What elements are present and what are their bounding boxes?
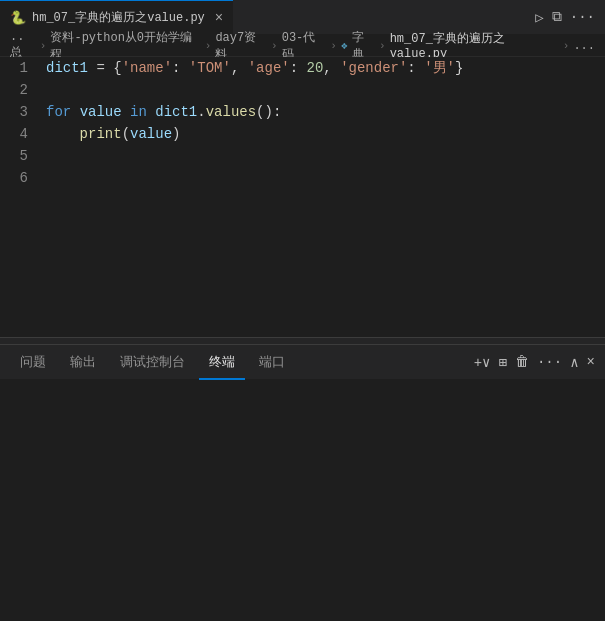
breadcrumb-sep-5: › <box>379 40 386 52</box>
breadcrumb-ellipsis[interactable]: ... <box>573 39 595 53</box>
token-dict1: dict1 <box>46 57 88 79</box>
breadcrumb: ..总 › 资料-python从0开始学编程 › day7资料 › 03-代码 … <box>0 35 605 57</box>
panel-actions: +∨ ⊞ 🗑 ··· ∧ × <box>474 354 595 371</box>
tab-problems-label: 问题 <box>20 353 46 371</box>
tab-actions: ▷ ⧉ ··· <box>535 9 605 26</box>
code-area[interactable]: dict1 = { 'name' : 'TOM' , 'age' : 20 , … <box>38 57 605 189</box>
breadcrumb-sep-3: › <box>271 40 278 52</box>
tab-problems[interactable]: 问题 <box>10 345 56 380</box>
code-line-5 <box>38 145 605 167</box>
tab-ports-label: 端口 <box>259 353 285 371</box>
close-panel-button[interactable]: × <box>587 354 595 370</box>
tab-close-button[interactable]: × <box>215 10 223 26</box>
code-line-3: for value in dict1 . values (): <box>38 101 605 123</box>
tab-output[interactable]: 输出 <box>60 345 106 380</box>
more-actions-button[interactable]: ··· <box>570 9 595 25</box>
tab-ports[interactable]: 端口 <box>249 345 295 380</box>
line-num-1: 1 <box>0 57 28 79</box>
line-numbers: 1 2 3 4 5 6 <box>0 57 38 189</box>
breadcrumb-sep-1: › <box>40 40 47 52</box>
tab-terminal-label: 终端 <box>209 353 235 371</box>
line-num-2: 2 <box>0 79 28 101</box>
tab-output-label: 输出 <box>70 353 96 371</box>
breadcrumb-dict-icon: ❖ <box>341 39 348 52</box>
code-line-2 <box>38 79 605 101</box>
terminal-content <box>0 380 605 392</box>
tab-debug-console[interactable]: 调试控制台 <box>110 345 195 380</box>
add-terminal-button[interactable]: +∨ <box>474 354 491 371</box>
tab-label: hm_07_字典的遍历之value.py <box>32 9 205 26</box>
line-num-4: 4 <box>0 123 28 145</box>
breadcrumb-sep-4: › <box>330 40 337 52</box>
more-panel-button[interactable]: ··· <box>537 354 562 370</box>
tab-debug-label: 调试控制台 <box>120 353 185 371</box>
code-line-1: dict1 = { 'name' : 'TOM' , 'age' : 20 , … <box>38 57 605 79</box>
breadcrumb-sep-6: › <box>563 40 570 52</box>
line-num-6: 6 <box>0 167 28 189</box>
code-line-4: print ( value ) <box>38 123 605 145</box>
kill-terminal-button[interactable]: 🗑 <box>515 354 529 370</box>
tab-terminal[interactable]: 终端 <box>199 345 245 380</box>
split-terminal-button[interactable]: ⊞ <box>499 354 507 371</box>
split-editor-button[interactable]: ⧉ <box>552 9 562 25</box>
terminal-panel[interactable] <box>0 380 605 621</box>
breadcrumb-sep-2: › <box>205 40 212 52</box>
run-button[interactable]: ▷ <box>535 9 543 26</box>
code-line-6 <box>38 167 605 189</box>
editor-area: 1 2 3 4 5 6 dict1 = { 'name' : 'TOM' , '… <box>0 57 605 337</box>
collapse-panel-button[interactable]: ∧ <box>570 354 578 371</box>
python-file-icon: 🐍 <box>10 10 26 26</box>
line-num-5: 5 <box>0 145 28 167</box>
line-num-3: 3 <box>0 101 28 123</box>
panel-tab-bar: 问题 输出 调试控制台 终端 端口 +∨ ⊞ 🗑 ··· ∧ × <box>0 345 605 380</box>
